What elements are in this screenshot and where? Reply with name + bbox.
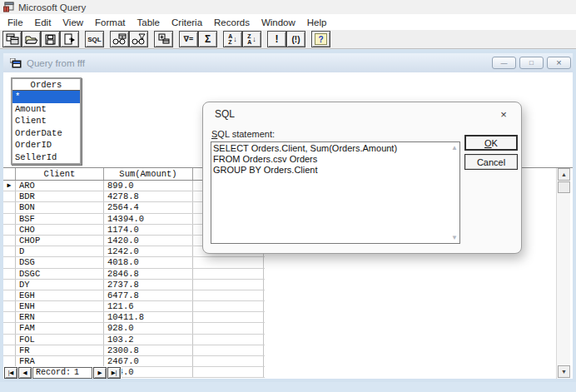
row-selector[interactable] [3, 214, 16, 224]
cell-client[interactable]: CHO [16, 225, 104, 235]
query-now-button[interactable]: ! [267, 31, 286, 47]
row-selector[interactable] [3, 225, 16, 235]
menu-item-criteria[interactable]: Criteria [166, 16, 208, 29]
row-selector[interactable] [3, 323, 16, 333]
return-data-button[interactable] [60, 31, 79, 47]
scrollbar-thumb[interactable] [558, 181, 570, 193]
column-header-sum-amount[interactable]: Sum(Amount) [104, 168, 193, 180]
criteria-equals-button[interactable]: ∇= [179, 31, 198, 47]
menu-item-file[interactable]: File [2, 16, 29, 29]
cell-sum-amount[interactable]: 2300.8 [104, 345, 193, 355]
cell-client[interactable]: DSGC [16, 269, 104, 279]
table-row[interactable]: DY2737.8 [3, 280, 265, 290]
new-query-button[interactable] [2, 31, 22, 47]
cell-client[interactable]: ENH [16, 301, 104, 311]
cell-sum-amount[interactable]: 899.0 [104, 181, 193, 191]
view-sql-button[interactable]: SQL [85, 31, 104, 47]
field-item-sellerid[interactable]: SellerId [12, 151, 80, 164]
open-query-button[interactable] [22, 31, 41, 47]
menu-item-view[interactable]: View [57, 16, 89, 29]
row-selector[interactable]: ▶ [3, 181, 16, 191]
sort-descending-button[interactable]: ZA ↓ [242, 31, 261, 47]
add-tables-button[interactable] [154, 31, 173, 47]
child-minimize-button[interactable]: — [492, 57, 516, 69]
cell-client[interactable]: DY [16, 280, 104, 290]
row-selector[interactable] [3, 356, 16, 366]
row-selector[interactable] [3, 312, 16, 322]
cycle-totals-button[interactable]: Σ [198, 31, 217, 47]
table-row[interactable]: FOL103.2 [3, 335, 265, 345]
cell-client[interactable]: D [16, 246, 104, 256]
textarea-scroll-up-icon[interactable]: ▲ [451, 144, 458, 151]
field-item-orderid[interactable]: OrderID [12, 139, 80, 151]
menu-item-table[interactable]: Table [132, 16, 166, 29]
row-selector[interactable] [3, 202, 16, 212]
row-selector[interactable] [3, 345, 16, 355]
row-selector[interactable] [3, 257, 16, 267]
cell-sum-amount[interactable]: 928.0 [104, 323, 193, 333]
help-button[interactable]: ? [311, 31, 330, 47]
cell-sum-amount[interactable]: 2467.0 [104, 356, 193, 366]
cell-client[interactable]: BON [16, 202, 104, 212]
scroll-down-button[interactable]: ▼ [558, 365, 570, 378]
field-item-amount[interactable]: Amount [12, 103, 80, 116]
row-selector[interactable] [3, 301, 16, 311]
child-close-button[interactable]: × [547, 57, 571, 69]
row-selector[interactable] [3, 290, 16, 300]
table-row[interactable]: ENH121.6 [3, 301, 265, 312]
cell-client[interactable]: CHOP [16, 236, 104, 246]
cell-client[interactable]: FAM [16, 323, 104, 333]
cancel-button[interactable]: Cancel [464, 154, 518, 170]
table-row[interactable]: ERN10411.8 [3, 312, 265, 323]
cell-client[interactable]: ERN [16, 312, 104, 322]
scroll-up-button[interactable]: ▲ [558, 168, 570, 181]
cell-sum-amount[interactable]: 4278.8 [104, 191, 193, 201]
menu-item-records[interactable]: Records [208, 16, 256, 29]
cell-client[interactable]: FRA [16, 356, 104, 366]
dialog-close-icon[interactable]: × [496, 107, 511, 122]
cell-sum-amount[interactable]: 2737.8 [104, 280, 193, 290]
show-criteria-button[interactable] [129, 31, 148, 47]
row-selector[interactable] [3, 191, 16, 201]
field-item-client[interactable]: Client [12, 115, 80, 127]
previous-record-button[interactable]: ◀ [18, 367, 32, 379]
vertical-scrollbar[interactable]: ▲ ▼ [556, 168, 570, 379]
row-selector[interactable] [3, 335, 16, 345]
cell-sum-amount[interactable]: 1242.0 [104, 246, 193, 256]
record-number-field[interactable]: Record: 1 [32, 367, 92, 379]
menu-item-help[interactable]: Help [301, 16, 333, 29]
column-header-client[interactable]: Client [16, 168, 104, 180]
row-selector[interactable] [3, 236, 16, 246]
sql-statement-textarea[interactable]: SELECT Orders.Client, Sum(Orders.Amount)… [211, 141, 460, 244]
table-row[interactable]: DSG4018.0 [3, 257, 265, 268]
table-row[interactable]: FR2300.8 [3, 345, 265, 356]
cell-sum-amount[interactable]: 2846.8 [104, 269, 193, 279]
cell-sum-amount[interactable]: 103.2 [104, 335, 193, 345]
table-row[interactable]: DSGC2846.8 [3, 269, 265, 280]
cell-sum-amount[interactable]: 6477.8 [104, 290, 193, 300]
show-tables-button[interactable] [110, 31, 129, 47]
cell-sum-amount[interactable]: 1420.0 [104, 236, 193, 246]
cell-sum-amount[interactable]: 121.6 [104, 301, 193, 311]
ok-button[interactable]: OK [464, 135, 518, 151]
cell-client[interactable]: BDR [16, 191, 104, 201]
cell-sum-amount[interactable]: 4018.0 [104, 257, 193, 267]
cell-client[interactable]: ARO [16, 181, 104, 191]
cell-client[interactable]: FOL [16, 335, 104, 345]
textarea-scroll-down-icon[interactable]: ▼ [451, 234, 458, 241]
cell-sum-amount[interactable]: 1174.0 [104, 225, 193, 235]
field-item-orderdate[interactable]: OrderDate [12, 127, 80, 140]
row-selector[interactable] [3, 246, 16, 256]
menu-item-format[interactable]: Format [89, 16, 131, 29]
cell-client[interactable]: DSG [16, 257, 104, 267]
next-record-button[interactable]: ▶ [93, 367, 107, 379]
table-row[interactable]: FAM928.0 [3, 323, 265, 334]
field-item-star[interactable]: * [12, 91, 80, 103]
first-record-button[interactable]: |◀ [4, 367, 17, 379]
menu-item-window[interactable]: Window [256, 16, 301, 29]
cell-sum-amount[interactable]: 14394.0 [104, 214, 193, 224]
cell-sum-amount[interactable]: 2564.4 [104, 202, 193, 212]
last-record-button[interactable]: ▶| [107, 367, 121, 379]
cell-client[interactable]: EGH [16, 290, 104, 300]
auto-query-button[interactable]: (!) [286, 31, 305, 47]
